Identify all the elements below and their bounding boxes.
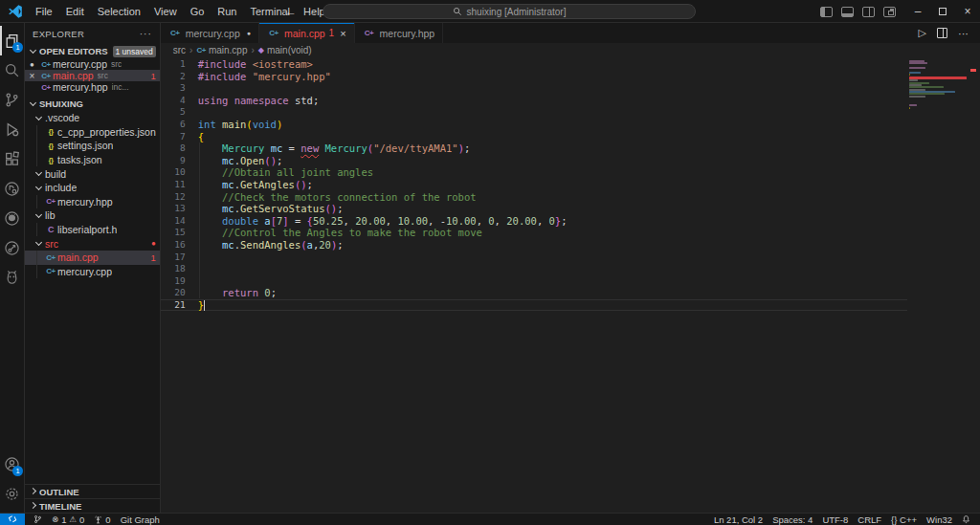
code-line[interactable]: 8 Mercury mc = new Mercury("/dev/ttyAMA1…	[161, 142, 907, 155]
status-item-2[interactable]: UTF-8	[817, 514, 853, 525]
code-line[interactable]: 15 //Control the Angles to make the robo…	[161, 227, 907, 239]
minimize-button[interactable]: –	[905, 0, 930, 23]
status-item-3[interactable]: CRLF	[853, 514, 886, 525]
remote-indicator[interactable]	[0, 514, 25, 525]
toggle-panel-icon[interactable]	[841, 7, 854, 17]
search-text: shuixing [Administrator]	[467, 7, 567, 17]
code-line[interactable]: 3	[161, 82, 907, 95]
extensions-activity-icon[interactable]	[0, 144, 24, 174]
status-item-4[interactable]: {} C++	[886, 514, 922, 525]
code-line[interactable]: 19	[161, 275, 907, 288]
github-activity-icon[interactable]	[0, 204, 24, 233]
cpp-file-icon: C+	[39, 72, 53, 80]
code-line[interactable]: 5	[161, 106, 907, 119]
token: Mercury	[325, 142, 368, 154]
menu-run[interactable]: Run	[211, 1, 243, 22]
code-line[interactable]: 18	[161, 263, 907, 275]
code-line[interactable]: 2#include "mercury.hpp"	[161, 71, 907, 83]
notifications-bell[interactable]	[957, 514, 975, 524]
run-button[interactable]: ▷	[919, 27, 926, 39]
tree-file-mercury.cpp[interactable]: C+mercury.cpp	[25, 265, 160, 279]
tree-file-main.cpp[interactable]: C+main.cpp1	[25, 251, 160, 265]
code-line[interactable]: 6int main(void)	[161, 119, 907, 131]
status-item-5[interactable]: Win32	[922, 514, 957, 525]
git-graph-status[interactable]: Git Graph	[116, 514, 165, 525]
outline-section-header[interactable]: OUTLINE	[25, 484, 160, 498]
tree-folder-src[interactable]: src●	[25, 236, 160, 251]
code-line[interactable]: 10 //Obtain all joint angles	[161, 166, 907, 179]
code-line[interactable]: 12 //Check the motors connection of the …	[161, 191, 907, 204]
toggle-sidebar-icon[interactable]	[820, 7, 833, 17]
timeline-section-header[interactable]: TIMELINE	[25, 498, 160, 513]
code-line[interactable]: 7{	[161, 131, 907, 143]
vscode-window: FileEditSelectionViewGoRunTerminalHelp ←…	[0, 0, 980, 525]
open-editor-item[interactable]: ●C+mercury.cppsrc	[25, 58, 160, 70]
accounts-activity-icon[interactable]: 1	[0, 449, 24, 479]
tree-folder-include[interactable]: include	[25, 181, 160, 195]
toggle-secondary-sidebar-icon[interactable]	[862, 7, 875, 17]
git-graph-activity-icon[interactable]	[0, 233, 24, 263]
tab-mercury.hpp[interactable]: C+mercury.hpp	[355, 23, 444, 43]
breadcrumb-item-main.cpp[interactable]: C+main.cpp	[196, 45, 247, 55]
menu-edit[interactable]: Edit	[59, 1, 91, 22]
source-control-activity-icon[interactable]	[0, 85, 24, 115]
code-line[interactable]: 13 mc.GetServoStatus();	[161, 203, 907, 215]
tree-folder-.vscode[interactable]: .vscode	[25, 111, 160, 125]
code-line[interactable]: 1#include <iostream>	[161, 58, 907, 71]
explorer-activity-icon[interactable]: 1	[0, 26, 24, 55]
tree-file-mercury.hpp[interactable]: C+mercury.hpp	[25, 195, 160, 209]
menu-file[interactable]: File	[29, 1, 59, 22]
ports-status[interactable]: 0	[89, 514, 115, 525]
run-debug-activity-icon[interactable]	[0, 115, 24, 144]
split-editor-icon[interactable]	[937, 28, 947, 38]
code-text: mc.GetAngles();	[198, 179, 313, 191]
tree-file-tasks.json[interactable]: {}tasks.json	[25, 153, 160, 167]
back-arrow-icon[interactable]: ←	[285, 5, 297, 18]
settings-activity-icon[interactable]	[0, 479, 24, 509]
menu-go[interactable]: Go	[184, 1, 212, 22]
tab-main.cpp[interactable]: C+main.cpp1×	[259, 23, 355, 43]
close-button[interactable]: ×	[955, 0, 980, 23]
breadcrumb-item-src[interactable]: src	[173, 45, 186, 55]
open-editor-item[interactable]: C+mercury.hppinc...	[25, 81, 160, 93]
close-icon[interactable]: ×	[25, 71, 39, 81]
command-center-search[interactable]: shuixing [Administrator]	[323, 4, 696, 19]
tab-mercury.cpp[interactable]: C+mercury.cpp●	[161, 23, 259, 43]
tree-folder-build[interactable]: build	[25, 166, 160, 181]
status-item-1[interactable]: Spaces: 4	[768, 514, 817, 525]
problems-status[interactable]: ⊗ 1 ⚠ 0	[47, 514, 89, 525]
tree-file-libserialport.h[interactable]: Clibserialport.h	[25, 223, 160, 237]
menu-view[interactable]: View	[147, 1, 184, 22]
breadcrumb-item-main(void)[interactable]: ◆main(void)	[258, 45, 312, 55]
remote-tools-activity-icon[interactable]	[0, 174, 24, 204]
maximize-button[interactable]	[930, 0, 955, 23]
git-graph-label: Git Graph	[121, 514, 160, 525]
menu-selection[interactable]: Selection	[91, 1, 147, 22]
code-line[interactable]: 14 double a[7] = {50.25, 20.00, 10.00, -…	[161, 215, 907, 228]
forward-arrow-icon[interactable]: →	[306, 5, 318, 18]
close-icon[interactable]: ×	[340, 28, 345, 39]
status-item-0[interactable]: Ln 21, Col 2	[709, 514, 768, 525]
more-actions-icon[interactable]: ···	[958, 28, 969, 39]
tree-folder-lib[interactable]: lib	[25, 208, 160, 223]
minimap[interactable]	[909, 60, 967, 109]
search-activity-icon[interactable]	[0, 55, 24, 85]
code-line[interactable]: 11 mc.GetAngles();	[161, 179, 907, 191]
open-editors-header[interactable]: OPEN EDITORS 1 unsaved	[25, 44, 160, 58]
overview-ruler[interactable]	[967, 57, 980, 513]
source-control-status[interactable]	[29, 514, 47, 524]
open-editor-item[interactable]: ×C+main.cppsrc1	[25, 70, 160, 81]
folder-header[interactable]: SHUIXING	[25, 97, 160, 111]
code-line[interactable]: 16 mc.SendAngles(a,20);	[161, 239, 907, 252]
code-line[interactable]: 4using namespace std;	[161, 95, 907, 107]
tree-file-c_cpp_properties.json[interactable]: {}c_cpp_properties.json	[25, 125, 160, 140]
code-line[interactable]: 21}	[161, 299, 907, 312]
code-editor[interactable]: 1#include <iostream>2#include "mercury.h…	[161, 57, 980, 513]
code-line[interactable]: 17	[161, 252, 907, 264]
ai-assistant-activity-icon[interactable]	[0, 263, 24, 293]
customize-layout-icon[interactable]	[883, 7, 896, 17]
more-actions-icon[interactable]: ···	[140, 29, 152, 39]
code-line[interactable]: 20 return 0;	[161, 287, 907, 299]
code-line[interactable]: 9 mc.Open();	[161, 155, 907, 167]
tree-file-settings.json[interactable]: {}settings.json	[25, 139, 160, 153]
